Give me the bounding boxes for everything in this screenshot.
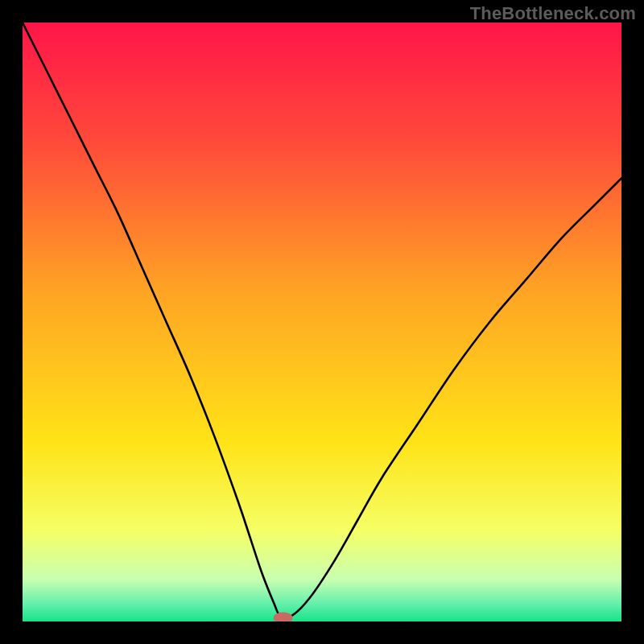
watermark-text: TheBottleneck.com bbox=[470, 3, 636, 24]
gradient-background bbox=[23, 23, 621, 621]
chart-frame: TheBottleneck.com bbox=[0, 0, 644, 644]
bottleneck-chart bbox=[23, 23, 621, 621]
plot-area bbox=[23, 23, 621, 621]
